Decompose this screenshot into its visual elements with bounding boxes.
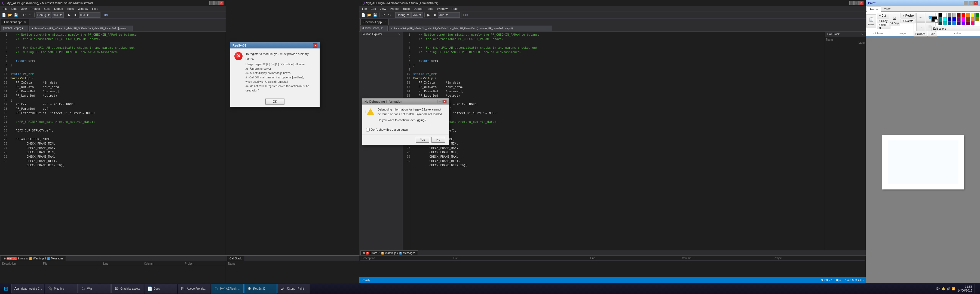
right-menu-edit[interactable]: Edit (369, 6, 377, 11)
right-scope-global[interactable]: (Global Scope) ▼ (360, 25, 388, 31)
color-swatch-ff8000[interactable] (966, 13, 970, 17)
ribbon-view-tab[interactable]: View (881, 6, 893, 11)
color-swatch-0000ff[interactable] (952, 17, 956, 21)
notification-icon[interactable]: 🔔 (942, 287, 945, 291)
start-button[interactable]: ⊞ (1, 284, 11, 294)
paint-maximize[interactable]: □ (969, 1, 973, 5)
color2-swatch[interactable] (935, 19, 938, 22)
right-close-button[interactable]: ✕ (859, 1, 864, 5)
menu-tools[interactable]: Tools (65, 6, 76, 11)
color-swatch-000080[interactable] (948, 17, 951, 21)
no-button[interactable]: No (431, 137, 445, 143)
color-swatch-ff00ff[interactable] (961, 17, 965, 21)
right-code-editor[interactable]: // Notice something missing, namely the … (411, 32, 825, 250)
color-swatch-00c0c0[interactable] (943, 21, 947, 25)
cut-button[interactable]: ✂ Cut (877, 13, 891, 18)
config-dropdown[interactable]: Debug ▼ (36, 12, 51, 18)
right-stop-btn[interactable]: ■ (432, 12, 438, 18)
edit-colors-button[interactable]: Edit colors (931, 26, 980, 31)
paint-window-controls[interactable]: ─ □ ✕ (964, 1, 978, 5)
color-swatch-00ffff[interactable] (943, 17, 947, 21)
right-open-btn[interactable]: 📂 (366, 12, 372, 18)
attach-btn[interactable]: ▶ (67, 12, 72, 18)
dialog2-minimize[interactable]: ─ (438, 100, 442, 103)
color-swatch-000000[interactable] (939, 13, 942, 17)
close-tab-icon[interactable]: ✕ (24, 21, 26, 24)
right-window-controls[interactable]: ─ □ ✕ (850, 1, 864, 5)
color-swatch-800080[interactable] (957, 17, 961, 21)
right-menu-tools[interactable]: Tools (425, 6, 435, 11)
regsvr32-dialog[interactable]: RegSvr32 ✕ ✕ To register a module, you m… (230, 42, 320, 107)
no-debug-info-dialog[interactable]: No Debugging Information ─ ✕ ! Debug (362, 98, 449, 145)
right-minimize-button[interactable]: ─ (850, 1, 854, 5)
text-button[interactable]: A (916, 22, 925, 31)
right-error-list-tab[interactable]: ⊗ 0 Errors ⚠ 0 Warnings ℹ 0 Messages (360, 250, 418, 255)
taskbar-docs-btn[interactable]: 📄 Docs (145, 284, 177, 294)
dialog-close-button[interactable]: ✕ (313, 43, 317, 48)
color-swatch-ff0080[interactable] (971, 21, 975, 25)
ribbon-home-tab[interactable]: Home (867, 6, 881, 12)
minimize-button[interactable]: ─ (209, 1, 214, 5)
right-process-dropdown[interactable]: dud ▼ (438, 12, 460, 18)
taskbar-premiere-btn[interactable]: Pr Adobe Premie... (178, 284, 210, 294)
open-btn[interactable]: 📂 (7, 12, 13, 18)
color-swatch-ff0000[interactable] (961, 13, 965, 17)
color1-swatch[interactable] (931, 16, 937, 22)
right-menu-debug[interactable]: Debug (412, 6, 424, 11)
color-swatch-004040[interactable] (939, 21, 942, 25)
color-swatch-808080[interactable] (948, 13, 951, 17)
right-play-btn[interactable]: ▶ (426, 12, 431, 18)
color-swatch-800000[interactable] (957, 13, 961, 17)
taskbar-regsvr32-btn[interactable]: ⚙ RegSvr32 (244, 284, 277, 294)
paint-canvas-area[interactable] (866, 37, 980, 288)
right-menu-project[interactable]: Project (388, 6, 401, 11)
right-close-tab-icon[interactable]: ✕ (383, 21, 386, 24)
taskbar-win-btn[interactable]: 🗂 Win (78, 284, 111, 294)
paste-button[interactable]: 📋 Paste (866, 14, 876, 27)
select-all-button[interactable]: Select all (877, 24, 891, 29)
color-swatch-008000[interactable] (975, 13, 979, 17)
right-hex-btn[interactable]: Hex (463, 12, 468, 18)
dialog2-controls[interactable]: ─ ✕ (438, 100, 447, 103)
save-btn[interactable]: 💾 (13, 12, 19, 18)
right-config-dropdown[interactable]: Debug ▼ (395, 12, 411, 18)
hex-btn[interactable]: Hex (103, 12, 109, 18)
paint-close[interactable]: ✕ (974, 1, 978, 5)
paint-canvas[interactable] (882, 135, 964, 189)
taskbar-graphics-btn[interactable]: 🖼 Graphics assets (111, 284, 144, 294)
crop-button[interactable]: ⊡ 14 Crop (889, 13, 900, 26)
right-maximize-button[interactable]: □ (854, 1, 859, 5)
right-platform-dropdown[interactable]: x64 ▼ (411, 12, 423, 18)
undo-btn[interactable]: ↩ (22, 12, 27, 18)
right-redo-btn[interactable]: ↪ (387, 12, 392, 18)
window-controls[interactable]: ─ □ ✕ (209, 1, 223, 5)
brushes-button[interactable]: Brushes (913, 32, 928, 37)
ok-button[interactable]: OK (266, 99, 285, 105)
dont-show-checkbox[interactable] (366, 128, 370, 132)
right-menu-build[interactable]: Build (401, 6, 411, 11)
color-swatch-008080[interactable] (939, 17, 942, 21)
menu-window[interactable]: Window (76, 6, 90, 11)
color-swatch-ffff00[interactable] (971, 13, 975, 17)
color-swatch-c0c0c0[interactable] (952, 13, 956, 17)
color-swatch-004080[interactable] (948, 21, 951, 25)
taskbar-paint-btn[interactable]: 🖌 JG.png - Paint (277, 284, 310, 294)
color-swatch-804000[interactable] (966, 17, 970, 21)
stop-btn[interactable]: ■ (73, 12, 78, 18)
right-menu-view[interactable]: View (378, 6, 388, 11)
platform-dropdown[interactable]: x64 ▼ (52, 12, 64, 18)
rotate-button[interactable]: ↻ Rotate (900, 19, 916, 24)
right-checkout-tab[interactable]: Checkout.cpp ✕ (360, 19, 389, 25)
call-stack-tab-mid[interactable]: Call Stack (227, 256, 244, 261)
right-new-btn[interactable]: 📄 (360, 12, 366, 18)
color-swatch-ff8040[interactable] (971, 17, 975, 21)
menu-edit[interactable]: Edit (10, 6, 18, 11)
scope-global-dropdown[interactable]: (Global Scope) ▼ (1, 25, 28, 31)
color-swatch-400080[interactable] (957, 21, 961, 25)
color-swatch-0080ff[interactable] (952, 21, 956, 25)
scope-params-dropdown[interactable]: ▼ ParamsSetup(PF_InData * in_data, PF_Ou… (29, 25, 133, 31)
paint-minimize[interactable]: ─ (964, 1, 968, 5)
color-swatch-808000[interactable] (975, 17, 979, 21)
right-menu-file[interactable]: File (360, 6, 369, 11)
dialog2-close-button[interactable]: ✕ (442, 100, 447, 103)
